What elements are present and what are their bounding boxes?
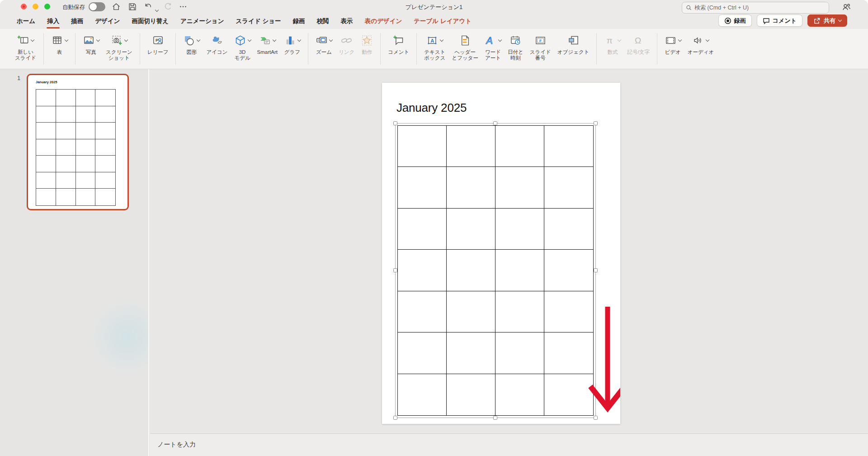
table-cell <box>36 90 56 106</box>
tab-review[interactable]: 校閲 <box>311 14 335 29</box>
table-cell[interactable] <box>398 291 447 332</box>
ribbon-video-button[interactable]: ビデオ <box>661 32 684 55</box>
ribbon-slide-number-button[interactable]: # スライド 番号 <box>527 32 554 61</box>
comments-button[interactable]: コメント <box>757 14 802 27</box>
notes-bar[interactable]: ノートを入力 <box>150 433 868 456</box>
table-cell <box>76 189 96 205</box>
tab-record[interactable]: 録画 <box>287 14 311 29</box>
table-cell[interactable] <box>495 126 544 167</box>
table-cell[interactable] <box>495 332 544 374</box>
tab-animations[interactable]: アニメーション <box>175 14 230 29</box>
search-field[interactable] <box>682 2 829 14</box>
tab-view[interactable]: 表示 <box>335 14 359 29</box>
ribbon-smartart-button[interactable]: SmartArt <box>254 32 281 55</box>
ribbon-table-button[interactable]: 表 <box>48 32 71 55</box>
table-cell[interactable] <box>398 209 447 250</box>
tab-slideshow[interactable]: スライド ショー <box>230 14 287 29</box>
ribbon-textbox-button[interactable]: A テキスト ボックス <box>421 32 448 61</box>
search-icon <box>686 5 692 11</box>
selection-handle[interactable] <box>393 268 397 272</box>
thumbnail-slide-title: January 2025 <box>36 80 57 84</box>
selection-handle[interactable] <box>594 121 598 125</box>
table-cell[interactable] <box>447 250 495 291</box>
ribbon-object-button[interactable]: オブジェクト <box>554 32 593 55</box>
svg-text:Ω: Ω <box>635 35 641 45</box>
table-cell[interactable] <box>447 374 495 415</box>
ribbon-comment-button[interactable]: コメント <box>385 32 412 55</box>
ribbon-audio-button[interactable]: オーディオ <box>684 32 717 55</box>
slide-canvas[interactable]: January 2025 <box>382 83 620 424</box>
search-input[interactable] <box>694 5 825 11</box>
table-cell[interactable] <box>447 126 495 167</box>
slide-thumbnail[interactable]: January 2025 <box>27 74 129 210</box>
ribbon-chart-button[interactable]: グラフ <box>281 32 304 55</box>
ribbon-group-divider <box>380 33 381 65</box>
calendar-table[interactable] <box>397 125 594 416</box>
table-cell[interactable] <box>544 167 593 208</box>
tab-draw[interactable]: 描画 <box>65 14 89 29</box>
table-cell[interactable] <box>544 250 593 291</box>
ribbon-new-slide-button[interactable]: 新しい スライド <box>12 32 39 61</box>
table-cell[interactable] <box>495 291 544 332</box>
table-cell[interactable] <box>447 167 495 208</box>
ribbon-button-label: アイコン <box>206 49 227 55</box>
table-cell[interactable] <box>398 250 447 291</box>
ribbon-group-divider <box>175 33 176 65</box>
table-cell[interactable] <box>495 250 544 291</box>
slide-editor-area[interactable]: January 2025 <box>150 69 868 433</box>
table-cell[interactable] <box>398 374 447 415</box>
wordart-icon: A <box>485 34 497 47</box>
ribbon-screenshot-button[interactable]: スクリーン ショット <box>103 32 136 61</box>
table-cell[interactable] <box>544 332 593 374</box>
table-cell[interactable] <box>398 126 447 167</box>
omega-icon: Ω <box>632 34 645 47</box>
ribbon-icons-button[interactable]: アイコン <box>203 32 231 55</box>
ribbon: 新しい スライド 表 写真 スクリーン ショット <box>0 29 868 69</box>
selection-handle[interactable] <box>493 121 497 125</box>
table-cell[interactable] <box>544 374 593 415</box>
selection-handle[interactable] <box>594 268 598 272</box>
table-cell[interactable] <box>544 209 593 250</box>
tab-insert[interactable]: 挿入 <box>41 14 65 29</box>
table-cell[interactable] <box>447 291 495 332</box>
ribbon-cameo-button[interactable]: P レリーフ <box>144 32 172 55</box>
tab-design[interactable]: デザイン <box>89 14 126 29</box>
ribbon-datetime-button[interactable]: 日付と 時刻 <box>505 32 527 61</box>
table-cell <box>95 90 115 106</box>
comment-bubble-icon <box>763 17 770 24</box>
table-cell[interactable] <box>495 374 544 415</box>
ribbon-3d-models-button[interactable]: 3D モデル <box>231 32 254 61</box>
table-cell[interactable] <box>447 209 495 250</box>
notes-placeholder[interactable]: ノートを入力 <box>157 441 196 449</box>
tab-home[interactable]: ホーム <box>11 14 41 29</box>
powerpoint-window: 自動保存 プレゼンテーション1 ホーム 挿入 描画 デザイン <box>0 0 868 456</box>
tab-table-layout[interactable]: テーブル レイアウト <box>408 14 477 29</box>
table-cell[interactable] <box>544 126 593 167</box>
selection-handle[interactable] <box>493 416 497 420</box>
ribbon-wordart-button[interactable]: A ワード アート <box>481 32 505 61</box>
selection-handle[interactable] <box>393 416 397 420</box>
tab-transitions[interactable]: 画面切り替え <box>126 14 175 29</box>
selection-handle[interactable] <box>393 121 397 125</box>
ribbon-header-footer-button[interactable]: ヘッダー とフッター <box>448 32 481 61</box>
presence-people-icon[interactable] <box>841 2 852 13</box>
table-cell[interactable] <box>398 332 447 374</box>
table-cell[interactable] <box>495 167 544 208</box>
table-cell <box>56 106 76 123</box>
table-cell[interactable] <box>398 167 447 208</box>
ribbon-button-label: テキスト ボックス <box>424 49 445 61</box>
ribbon-zoom-button[interactable]: ズーム <box>312 32 335 55</box>
chevron-down-icon <box>440 38 443 41</box>
share-button[interactable]: 共有 <box>807 14 847 27</box>
slide-title-text[interactable]: January 2025 <box>396 101 467 115</box>
table-cell[interactable] <box>495 209 544 250</box>
ribbon-shapes-button[interactable]: 図形 <box>180 32 203 55</box>
table-cell[interactable] <box>447 332 495 374</box>
title-bar: 自動保存 プレゼンテーション1 <box>0 0 868 14</box>
selection-handle[interactable] <box>594 416 598 420</box>
table-cell[interactable] <box>544 291 593 332</box>
record-button[interactable]: 録画 <box>718 14 752 27</box>
ribbon-pictures-button[interactable]: 写真 <box>80 32 103 55</box>
ribbon-link-button: リンク <box>335 32 358 55</box>
tab-table-design[interactable]: 表のデザイン <box>359 14 408 29</box>
